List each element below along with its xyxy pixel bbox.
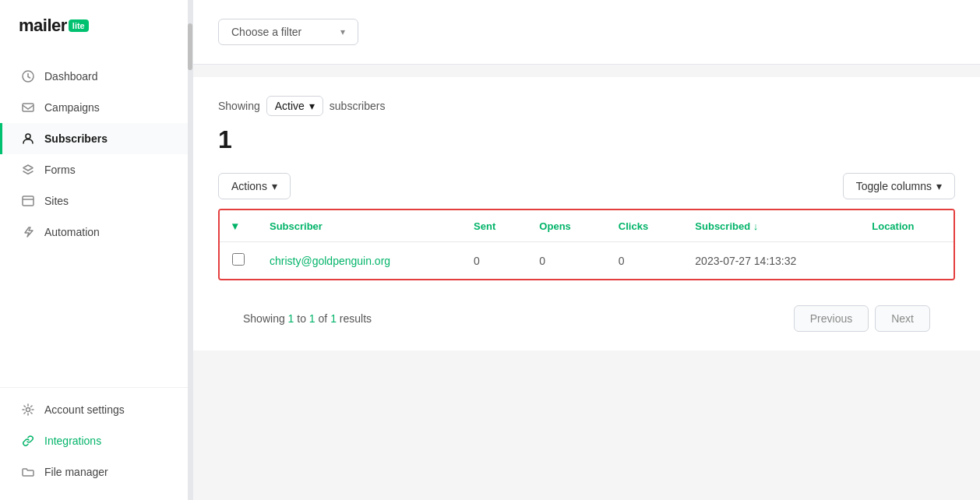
sidebar-label-dashboard: Dashboard bbox=[44, 70, 98, 83]
header-opens[interactable]: Opens bbox=[527, 210, 606, 242]
sidebar-label-file-manager: File manager bbox=[44, 466, 108, 478]
sidebar-item-integrations[interactable]: Integrations bbox=[0, 425, 192, 456]
header-subscriber[interactable]: Subscriber bbox=[257, 210, 461, 242]
pagination-row: Showing 1 to 1 of 1 results Previous Nex… bbox=[218, 293, 955, 350]
sidebar-label-campaigns: Campaigns bbox=[44, 101, 100, 114]
browser-icon bbox=[21, 194, 35, 208]
main-content: Choose a filter ▾ Showing Active ▾ subsc… bbox=[193, 0, 980, 500]
chevron-down-icon[interactable]: ▾ bbox=[232, 220, 238, 232]
envelope-icon bbox=[21, 100, 35, 114]
sidebar-label-subscribers: Subscribers bbox=[44, 132, 108, 145]
status-chevron-icon: ▾ bbox=[309, 100, 315, 112]
row-checkbox[interactable] bbox=[232, 253, 245, 266]
toggle-chevron-icon: ▾ bbox=[936, 180, 942, 192]
row-email[interactable]: christy@goldpenguin.org bbox=[257, 242, 461, 280]
svg-point-2 bbox=[26, 134, 30, 139]
sidebar-item-forms[interactable]: Forms bbox=[0, 154, 192, 185]
status-dropdown[interactable]: Active ▾ bbox=[266, 96, 323, 116]
sidebar-item-campaigns[interactable]: Campaigns bbox=[0, 92, 192, 123]
row-subscribed: 2023-07-27 14:13:32 bbox=[682, 242, 859, 280]
sidebar-item-sites[interactable]: Sites bbox=[0, 185, 192, 217]
toggle-columns-label: Toggle columns bbox=[856, 180, 932, 192]
header-subscribed[interactable]: Subscribed ↓ bbox=[682, 210, 859, 242]
chevron-down-icon: ▾ bbox=[340, 26, 345, 37]
logo-text: mailer bbox=[19, 16, 67, 36]
header-clicks[interactable]: Clicks bbox=[606, 210, 682, 242]
nav-bottom: Account settings Integrations File manag… bbox=[0, 387, 192, 500]
row-sent: 0 bbox=[461, 242, 527, 280]
logo-badge: lite bbox=[69, 19, 89, 32]
svg-rect-1 bbox=[23, 104, 33, 111]
header-location[interactable]: Location bbox=[859, 210, 954, 242]
filter-dropdown[interactable]: Choose a filter ▾ bbox=[218, 19, 358, 45]
actions-chevron-icon: ▾ bbox=[272, 180, 277, 192]
header-sent[interactable]: Sent bbox=[461, 210, 527, 242]
person-icon bbox=[21, 132, 35, 146]
sidebar: mailerlite Dashboard Campaigns bbox=[0, 0, 193, 500]
sidebar-label-account-settings: Account settings bbox=[44, 403, 125, 416]
table-header-row: ▾ Subscriber Sent Opens Clicks bbox=[220, 210, 954, 242]
table-row: christy@goldpenguin.org 0 0 0 2023-07-27… bbox=[220, 242, 954, 280]
showing-label: Showing bbox=[218, 100, 260, 112]
status-label: Active bbox=[275, 100, 305, 112]
filter-placeholder: Choose a filter bbox=[231, 26, 301, 38]
subscribers-count: 1 bbox=[218, 125, 955, 154]
sidebar-label-integrations: Integrations bbox=[44, 435, 101, 447]
showing-results: Showing 1 to 1 of 1 results bbox=[243, 312, 372, 325]
sidebar-item-file-manager[interactable]: File manager bbox=[0, 456, 192, 488]
sidebar-item-dashboard[interactable]: Dashboard bbox=[0, 61, 192, 92]
table-toolbar: Actions ▾ Toggle columns ▾ bbox=[218, 173, 955, 209]
filter-section: Choose a filter ▾ bbox=[193, 0, 980, 65]
row-location bbox=[859, 242, 954, 280]
folder-icon bbox=[21, 465, 35, 479]
subscribers-table: ▾ Subscriber Sent Opens Clicks bbox=[220, 210, 954, 279]
row-checkbox-cell[interactable] bbox=[220, 242, 257, 280]
sidebar-label-sites: Sites bbox=[44, 195, 69, 207]
actions-label: Actions bbox=[231, 180, 267, 192]
previous-button[interactable]: Previous bbox=[794, 305, 869, 332]
logo-area: mailerlite bbox=[0, 0, 192, 55]
next-button[interactable]: Next bbox=[875, 305, 930, 332]
subscribers-section: Showing Active ▾ subscribers 1 Actions ▾… bbox=[193, 77, 980, 350]
sidebar-label-automation: Automation bbox=[44, 226, 100, 238]
pagination-buttons: Previous Next bbox=[794, 305, 930, 332]
gear-icon bbox=[21, 403, 35, 417]
zap-icon bbox=[21, 225, 35, 239]
toggle-columns-button[interactable]: Toggle columns ▾ bbox=[843, 173, 955, 199]
sidebar-label-forms: Forms bbox=[44, 164, 76, 176]
clock-circle-icon bbox=[21, 69, 35, 83]
row-opens: 0 bbox=[527, 242, 606, 280]
actions-button[interactable]: Actions ▾ bbox=[218, 173, 291, 199]
scrollbar[interactable] bbox=[188, 0, 192, 500]
layers-icon bbox=[21, 163, 35, 177]
svg-point-4 bbox=[26, 408, 30, 412]
svg-rect-3 bbox=[23, 196, 33, 206]
showing-row: Showing Active ▾ subscribers bbox=[218, 96, 955, 116]
after-label: subscribers bbox=[330, 100, 386, 112]
row-clicks: 0 bbox=[606, 242, 682, 280]
sidebar-item-account-settings[interactable]: Account settings bbox=[0, 394, 192, 425]
subscribers-table-wrapper: ▾ Subscriber Sent Opens Clicks bbox=[218, 209, 955, 280]
header-checkbox-col: ▾ bbox=[220, 210, 257, 242]
sidebar-item-automation[interactable]: Automation bbox=[0, 217, 192, 248]
nav-items: Dashboard Campaigns Subscribers bbox=[0, 55, 192, 387]
sidebar-item-subscribers[interactable]: Subscribers bbox=[0, 123, 192, 154]
link-icon bbox=[21, 434, 35, 448]
